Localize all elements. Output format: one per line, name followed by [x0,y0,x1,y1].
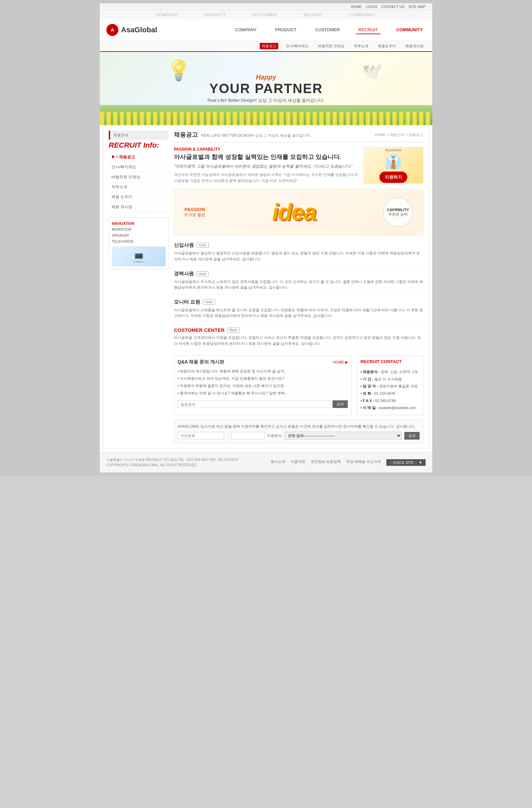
recruit-exp-more[interactable]: more [197,271,209,276]
sidebar-nav-monitor[interactable]: MORNTIOR [112,226,166,233]
contact-period: • 기 간 : 필요 시 수시채용 [361,376,420,383]
recruit-new-section: 신입사원 more 아사글로벌에서 열심하고 열정적인 신입사원을 채용합니다.… [174,242,423,266]
nav-product[interactable]: PRODUCT [273,26,299,34]
id-search-button[interactable]: 검색 [404,432,420,440]
subnav-helper[interactable]: 채용도우미 [376,43,398,49]
id-dash: - [227,433,228,438]
logo-icon: A [106,24,118,36]
subnav-job[interactable]: 직무소개 [352,43,370,49]
page-title: 채용공고 [174,131,198,139]
id-search-text: ASAGLOBAL 입사지원 하신 분들 중에 지원여부를 확인하고 싶으신 분… [178,424,420,429]
ghost-community: COMMUNITY [349,12,376,17]
footer-address: 서울특별시 가나구 우화동 000-00번지 STJ 빌당 TEL : 022)… [106,457,238,462]
apply-button[interactable]: 지원하기 [379,171,407,183]
qa-item-3[interactable]: 직원복지 부분에 질문이 있어요. 이번에 새로 나온 복지가 있으면... [178,382,348,390]
recruit-exp-section: 경력사원 more 아사글로벌에서 우수하고 노하우가 많은 경력사원을 모집합… [174,271,423,294]
idea-banner: PASSION 뜨거운 열정 idea CAPRBILITY 무한란 능력 [174,189,423,235]
sidebar-item-hr[interactable]: 인사/복지제도 [109,162,169,172]
sidebar-item-helper[interactable]: 채용 도우미 [109,192,169,202]
qa-item-1[interactable]: 채용안내 게시판입니다. 채용에 관해 궁금한 점 이으시면 글 남겨... [178,368,348,375]
sidebar-laptop-image: 💻 [112,246,166,267]
logo-area: A AsaGlobal [106,24,157,36]
site-header: A AsaGlobal COMPANY PRODUCT CUSTOMER REC… [100,19,432,41]
passion-badge-label: PASSION [184,207,205,212]
site-footer: 서울특별시 가나구 우화동 000-00번지 STJ 빌당 TEL : 022)… [100,452,432,473]
sidebar-item-job[interactable]: 직무소개 [109,182,169,192]
capability-label: CAPRBILITY [387,208,409,212]
recruit-exp-body: 아사글로벌에서 우수하고 노하우가 많은 경력사원을 모집합니다. 더 크게 도… [174,279,423,291]
contact-email: • 이 메 일 : asaweb@asaweb.com [361,404,420,412]
sidebar-item-board[interactable]: 채용 게시판 [109,202,169,212]
contact-phone: • 전 화 : 01-234-5678 [361,390,420,397]
nav-community[interactable]: COMMUNITY [394,26,426,34]
capability-korean: 무한란 능력 [388,212,408,217]
sub-nav: 채용공고 인사/복지제도 바람직한 인재상 직무소개 채용도우미 채용게시판 [100,41,432,52]
apply-field-label: 지원분야 [267,433,282,438]
footer-quicksite[interactable]: :: QUICK SITE :: ▼ [386,459,426,466]
subnav-recruit[interactable]: 채용공고 [260,43,278,49]
sidebar-nav-box: NAVIGATION MORNTIOR SPEAKER TELEVISION 💻 [109,218,169,269]
qa-search-button[interactable]: 검색 [332,400,348,408]
sidebar-item-talent[interactable]: 바람직한 인재상 [109,172,169,182]
subnav-hr[interactable]: 인사/복지제도 [283,43,311,49]
sidebar-nav-navigation[interactable]: NAVIGATION [112,220,166,226]
recruit-cs-body: 아사글로벌 고객센터에서 직원을 모집합니다. 친절하고 서비스 정신이 투철한… [174,335,423,347]
footer-copyright: COPYRIGHTⓒ 2008 ASAGLOBAL. ALL RIGHT RES… [106,462,238,468]
qa-home-link[interactable]: HOME ▶ [333,360,348,364]
topbar-contact[interactable]: CONTACT US [381,5,405,8]
recruit-monitor-more[interactable]: more [203,299,215,305]
hero-text: Happy YOUR PARTNER Real Life!! Better De… [207,73,325,104]
footer-company[interactable]: 회사소개 [271,459,285,466]
id-number-input-2[interactable] [231,432,264,439]
passion-quote: "미래지향적 그들 아사글로벌에서 여러분의 끊임없는 열정과 능력을 펼치세요… [174,163,358,169]
id-apply-select[interactable]: 전체 검색-------------------------- [284,431,402,440]
id-search-section: ASAGLOBAL 입사지원 하신 분들 중에 지원여부를 확인하고 싶으신 분… [174,420,423,444]
passion-badge-korean: 뜨거운 열정 [184,212,205,218]
qa-contact-row: Q&A 채용 문의 게시판 HOME ▶ 채용안내 게시판입니다. 채용에 관해… [174,355,423,415]
sidebar-nav-tv[interactable]: TELEVISION [112,238,166,244]
footer-right: 회사소개 이용약관 개인정보 보호정책 무당 에메일 수신거부 :: QUICK… [271,459,426,466]
qa-item-2[interactable]: 수시채용이라고 되어 있는데요. 지금 인원충원이 필요 한건가요? [178,375,348,382]
qa-list: 채용안내 게시판입니다. 채용에 관해 궁금한 점 이으시면 글 남겨... 수… [178,368,348,397]
idea-text: idea [272,199,316,225]
ghost-product: PRODUCT [204,12,225,17]
nav-recruit[interactable]: RECRUIT [356,26,380,34]
footer-email[interactable]: 무당 에메일 수신거부 [346,459,381,466]
footer-terms[interactable]: 이용약관 [291,459,305,466]
recruit-exp-title: 경력사원 [174,271,194,277]
recruit-new-body: 아사글로벌에서 열심하고 열정적인 신입사원을 채용합니다. 열정과 꿈이 있는… [174,251,423,262]
recruit-cs-more[interactable]: More [227,328,239,332]
sidebar-nav-speaker[interactable]: SPEAKER [112,233,166,238]
ghost-company: COMPANY [156,12,178,17]
recruit-cs-section: COSTOMER CENTER More 아사글로벌 고객센터에서 직원을 모집… [174,327,423,350]
breadcrumb: HOME > 채용안내 > 채용공고 [375,132,423,137]
contact-field: • 채용분야 : 경력, 신입, 사무직, CS [361,368,420,376]
person-icon: 👔 [385,154,402,170]
bulb-decoration: 💡 [166,58,191,82]
contact-title: RECRUIT CONTACT [361,359,420,366]
topbar-login[interactable]: LOGIN [366,5,377,8]
id-number-input[interactable] [178,432,224,439]
qa-search-input[interactable] [178,400,330,408]
recruit-monitor-body: 아사글로벌에서 신제품을 테스트해 줄 모니터 요원을 모집합니다. 연령층은 … [174,307,423,319]
passion-image: Business 👔 지원하기 [363,147,423,184]
page-desc: REAL LIFE!! BETTER DESIGN!! 상상 그 이상의 세상을… [201,133,311,138]
nav-customer[interactable]: CUSTOMER [313,26,343,34]
content-area: 채용안내 RECRUIT Info: • 채용공고 인사/복지제도 바람직한 인… [103,125,429,449]
topbar-home[interactable]: HOME [351,5,362,8]
qa-title: Q&A 채용 문의 게시판 [178,359,224,365]
contact-section: RECRUIT CONTACT • 채용분야 : 경력, 신입, 사무직, CS… [357,355,423,415]
sidebar-item-recruit[interactable]: • 채용공고 [109,152,169,162]
nav-company[interactable]: COMPANY [233,26,259,34]
recruit-new-more[interactable]: more [197,243,209,248]
hero-title: YOUR PARTNER [207,81,325,96]
hero-subtitle: Real Life!! Better Design!! 상상 그 이상의 세상을… [207,97,325,104]
subnav-talent[interactable]: 바람직한 인재상 [316,43,347,49]
qa-item-4[interactable]: 합격여부는 언제 알 수 있나요? 개별통보 해 주시나요? 답변 부탁... [178,390,348,397]
footer-privacy[interactable]: 개인정보 보호정책 [311,459,341,466]
capability-badge: CAPRBILITY 무한란 능력 [383,197,413,227]
hero-banner: 💡 🕊️ Happy YOUR PARTNER Real Life!! Bett… [100,52,432,125]
subnav-board[interactable]: 채용게시판 [403,43,426,49]
topbar-sitemap[interactable]: SITE MAP [409,5,426,8]
recruit-cs-title: COSTOMER CENTER [174,327,224,333]
